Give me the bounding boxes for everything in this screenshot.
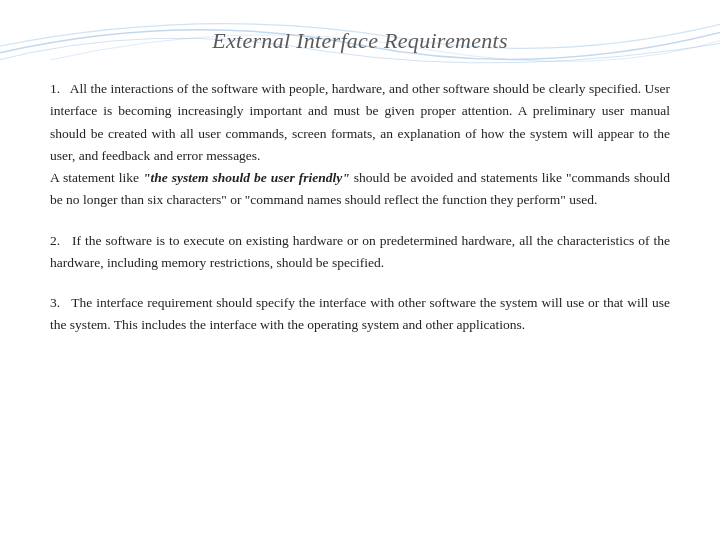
paragraph-2: 2. If the software is to execute on exis… — [50, 230, 670, 275]
bold-italic-text: "the system should be user friendly" — [143, 170, 350, 185]
paragraph-3: 3. The interface requirement should spec… — [50, 292, 670, 337]
p2-text: 2. If the software is to execute on exis… — [50, 233, 670, 270]
p3-text: 3. The interface requirement should spec… — [50, 295, 670, 332]
p1-text-1: 1. All the interactions of the software … — [50, 81, 670, 163]
p1-text-2: A statement like "the system should be u… — [50, 170, 670, 207]
paragraph-1: 1. All the interactions of the software … — [50, 78, 670, 212]
slide-container: External Interface Requirements 1. All t… — [0, 0, 720, 540]
content-area: 1. All the interactions of the software … — [40, 78, 680, 337]
slide-title: External Interface Requirements — [40, 28, 680, 54]
title-area: External Interface Requirements — [40, 20, 680, 54]
